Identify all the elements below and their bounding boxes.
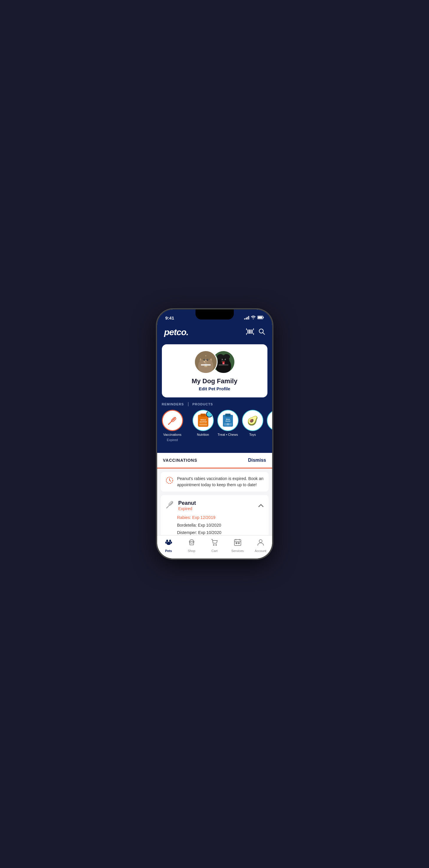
svg-point-21 [203, 359, 205, 361]
svg-text:Hearted: Hearted [225, 421, 230, 422]
product-toys[interactable]: 🥑 Toys [242, 410, 263, 442]
svg-rect-6 [248, 330, 248, 334]
phone-frame: 9:41 [157, 309, 272, 559]
refresh-badge [207, 410, 213, 417]
distemper-label: Distemper: [177, 530, 198, 535]
triangle-down [172, 447, 183, 453]
calendar-icon [234, 538, 241, 548]
pet-syringe-icon [165, 500, 175, 511]
pet-record-name-status: Peanut Expired [178, 500, 196, 511]
reminder-vaccinations[interactable]: Vaccinations Expired [162, 410, 183, 442]
pet-record-name: Peanut [178, 500, 196, 506]
vaccination-list: Rabies: Exp 12/2019 Bordetella: Exp 10/2… [165, 515, 264, 536]
pet-card-container: My Dog Family Edit Pet Profile [157, 342, 272, 397]
status-icons [244, 315, 264, 320]
expired-notice: Peanut's rabies vaccination is expired. … [161, 472, 269, 492]
vaccinations-sublabel: Expired [167, 438, 178, 442]
product-de[interactable]: De... [267, 410, 272, 442]
vaccinations-label: Vaccinations [163, 433, 182, 436]
account-icon [257, 538, 264, 548]
svg-point-60 [227, 423, 229, 426]
nutrition-circle: WHOLE HEARTED [193, 410, 214, 431]
svg-rect-5 [253, 333, 254, 335]
svg-point-38 [225, 359, 226, 360]
svg-rect-3 [246, 333, 247, 335]
chevron-up-icon[interactable] [258, 502, 264, 509]
phone-screen: 9:41 [157, 309, 272, 559]
vaccination-header: VACCINATIONS Dismiss [157, 453, 272, 468]
pet-card: My Dog Family Edit Pet Profile [162, 344, 267, 397]
dismiss-button[interactable]: Dismiss [248, 458, 266, 463]
nav-services-label: Services [231, 549, 243, 553]
nutrition-product-icon: WHOLE HEARTED [197, 413, 209, 428]
bottom-nav: Pets Shop C [157, 535, 272, 559]
svg-rect-7 [248, 330, 249, 334]
edit-pet-profile-link[interactable]: Edit Pet Profile [199, 386, 230, 391]
nav-cart-label: Cart [211, 549, 218, 553]
paw-icon [165, 538, 172, 548]
nav-account-label: Account [255, 549, 267, 553]
nav-cart[interactable]: Cart [203, 538, 226, 553]
vax-item-bordetella: Bordetella: Exp 10/2020 [177, 523, 264, 528]
svg-rect-12 [252, 330, 253, 334]
vax-item-rabies: Rabies: Exp 12/2019 [177, 515, 264, 521]
shop-icon [188, 538, 196, 548]
svg-point-35 [221, 359, 223, 360]
rabies-label: Rabies: [177, 515, 192, 520]
triangle-container [157, 447, 272, 453]
svg-point-72 [165, 542, 167, 544]
nav-shop[interactable]: Shop [180, 538, 203, 553]
product-treat-chews[interactable]: Whole Hearted Treat • Chews [217, 410, 238, 442]
svg-line-69 [167, 507, 168, 508]
section-divider [188, 402, 189, 406]
svg-rect-77 [234, 539, 241, 546]
battery-icon [257, 315, 264, 320]
toys-label: Toys [249, 433, 256, 436]
nav-services[interactable]: Services [226, 538, 249, 553]
distemper-expiry: Exp 10/2020 [198, 530, 222, 535]
svg-rect-11 [252, 330, 252, 334]
svg-point-71 [169, 539, 171, 542]
svg-text:HEARTED: HEARTED [199, 421, 207, 423]
nav-shop-label: Shop [188, 549, 196, 553]
wifi-icon [251, 315, 256, 320]
svg-point-25 [205, 361, 207, 363]
app-header: petco. [157, 324, 272, 342]
svg-rect-8 [249, 330, 250, 334]
section-labels: REMINDERS PRODUCTS [162, 402, 272, 406]
svg-point-23 [204, 359, 205, 360]
clock-expired-icon [165, 476, 174, 486]
phone-notch [196, 309, 234, 319]
vax-item-distemper: Distemper: Exp 10/2020 [177, 530, 264, 536]
svg-rect-54 [199, 424, 207, 426]
products-section: REMINDERS PRODUCTS [157, 397, 272, 447]
svg-text:Whole: Whole [226, 418, 230, 420]
svg-point-75 [213, 545, 214, 546]
product-nutrition[interactable]: WHOLE HEARTED Nutrition [193, 410, 214, 442]
svg-rect-56 [225, 414, 231, 416]
status-time: 9:41 [165, 315, 174, 320]
bordetella-label: Bordetella: [177, 523, 198, 528]
barcode-scan-icon[interactable] [246, 329, 254, 336]
dog1-svg [195, 351, 217, 373]
de-circle [267, 410, 272, 431]
svg-point-24 [207, 359, 208, 360]
svg-rect-1 [258, 317, 262, 319]
nav-pets[interactable]: Pets [157, 538, 180, 553]
expired-alert-text: Peanut's rabies vaccination is expired. … [177, 475, 264, 488]
signal-bars-icon [244, 316, 249, 319]
svg-point-48 [168, 424, 169, 425]
nav-account[interactable]: Account [249, 538, 272, 553]
search-icon[interactable] [259, 329, 265, 336]
svg-point-70 [166, 539, 168, 542]
svg-rect-4 [253, 329, 254, 330]
header-icons [246, 329, 265, 336]
bordetella-expiry: Exp 10/2020 [198, 523, 221, 528]
syringe-circle-icon [167, 415, 178, 426]
svg-rect-82 [238, 542, 239, 544]
svg-rect-42 [219, 364, 228, 366]
svg-rect-81 [236, 542, 237, 544]
petco-logo: petco. [164, 327, 189, 337]
pet-family-name: My Dog Family [168, 377, 262, 385]
pet-avatars [168, 350, 262, 374]
